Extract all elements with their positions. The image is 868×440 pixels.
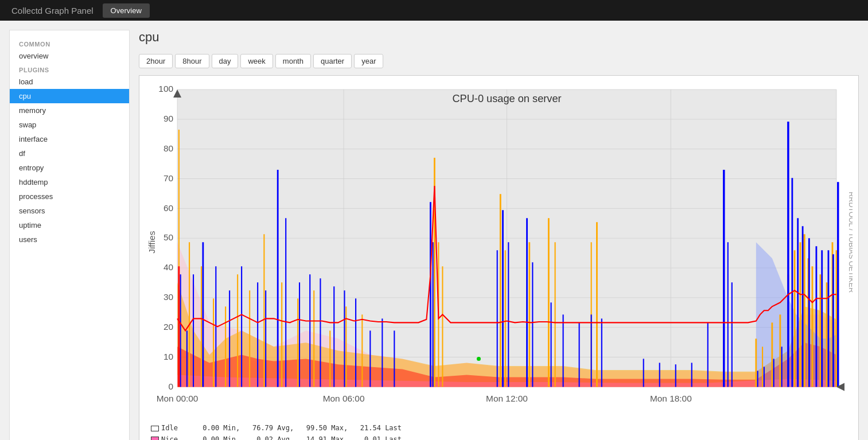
time-btn-week[interactable]: week (240, 54, 273, 68)
svg-text:RRDTOOL / TOBIAS OETIKER: RRDTOOL / TOBIAS OETIKER (847, 192, 853, 293)
svg-text:Mon 06:00: Mon 06:00 (323, 394, 365, 403)
sidebar-item-memory[interactable]: memory (10, 103, 129, 118)
page-title: cpu (139, 30, 859, 45)
legend-text-idle: Idle 0.00 Min, 76.79 Avg, 99.50 Max, 21.… (161, 423, 402, 434)
plugins-section-label: PLUGINS (10, 63, 129, 75)
time-btn-year[interactable]: year (354, 54, 383, 68)
sidebar-item-df[interactable]: df (10, 146, 129, 161)
legend-idle: Idle 0.00 Min, 76.79 Avg, 99.50 Max, 21.… (151, 423, 853, 434)
sidebar-item-uptime[interactable]: uptime (10, 218, 129, 232)
sidebar-item-swap[interactable]: swap (10, 118, 129, 132)
svg-text:40: 40 (164, 262, 173, 272)
sidebar-item-sensors[interactable]: sensors (10, 204, 129, 218)
sidebar: COMMON overview PLUGINS load cpu memory … (9, 30, 130, 440)
overview-nav-link[interactable]: Overview (103, 3, 150, 18)
sidebar-item-overview[interactable]: overview (10, 49, 129, 63)
svg-text:80: 80 (164, 143, 173, 153)
svg-text:Mon 00:00: Mon 00:00 (157, 394, 198, 403)
time-btn-month[interactable]: month (275, 54, 311, 68)
svg-text:100: 100 (158, 84, 173, 94)
svg-text:Mon 12:00: Mon 12:00 (486, 394, 528, 403)
chart-legend: Idle 0.00 Min, 76.79 Avg, 99.50 Max, 21.… (145, 423, 853, 440)
main-content: cpu 2hour 8hour day week month quarter y… (139, 30, 859, 440)
svg-text:70: 70 (164, 173, 173, 183)
sidebar-item-users[interactable]: users (10, 232, 129, 247)
svg-text:Jiffies: Jiffies (147, 231, 157, 253)
svg-text:CPU-0 usage on server: CPU-0 usage on server (452, 93, 561, 104)
legend-text-nice: Nice 0.00 Min, 0.02 Avg, 14.91 Max, 0.01… (161, 434, 402, 440)
svg-text:0: 0 (168, 381, 173, 391)
top-nav: Collectd Graph Panel Overview (0, 0, 868, 21)
time-btn-day[interactable]: day (212, 54, 239, 68)
cpu-chart: 0 10 20 30 40 50 60 70 80 90 100 CPU-0 u… (145, 81, 853, 419)
svg-text:90: 90 (164, 114, 173, 123)
time-range-buttons: 2hour 8hour day week month quarter year (139, 54, 859, 68)
time-btn-quarter[interactable]: quarter (313, 54, 352, 68)
sidebar-item-hddtemp[interactable]: hddtemp (10, 175, 129, 189)
sidebar-item-cpu[interactable]: cpu (10, 89, 129, 103)
sidebar-item-processes[interactable]: processes (10, 189, 129, 204)
svg-text:10: 10 (164, 352, 173, 361)
sidebar-item-entropy[interactable]: entropy (10, 161, 129, 175)
time-btn-8hour[interactable]: 8hour (175, 54, 209, 68)
svg-text:Mon 18:00: Mon 18:00 (650, 394, 692, 403)
svg-text:60: 60 (164, 203, 173, 213)
legend-color-idle (151, 426, 159, 431)
svg-text:20: 20 (164, 322, 173, 332)
sidebar-item-interface[interactable]: interface (10, 132, 129, 146)
svg-text:50: 50 (164, 232, 173, 242)
legend-color-nice (151, 437, 159, 440)
time-btn-2hour[interactable]: 2hour (139, 54, 173, 68)
graph-container: 0 10 20 30 40 50 60 70 80 90 100 CPU-0 u… (139, 75, 859, 440)
common-section-label: COMMON (10, 37, 129, 49)
svg-text:30: 30 (164, 292, 173, 302)
app-title: Collectd Graph Panel (11, 6, 94, 15)
legend-nice: Nice 0.00 Min, 0.02 Avg, 14.91 Max, 0.01… (151, 434, 853, 440)
sidebar-item-load[interactable]: load (10, 75, 129, 89)
svg-point-129 (477, 357, 481, 361)
